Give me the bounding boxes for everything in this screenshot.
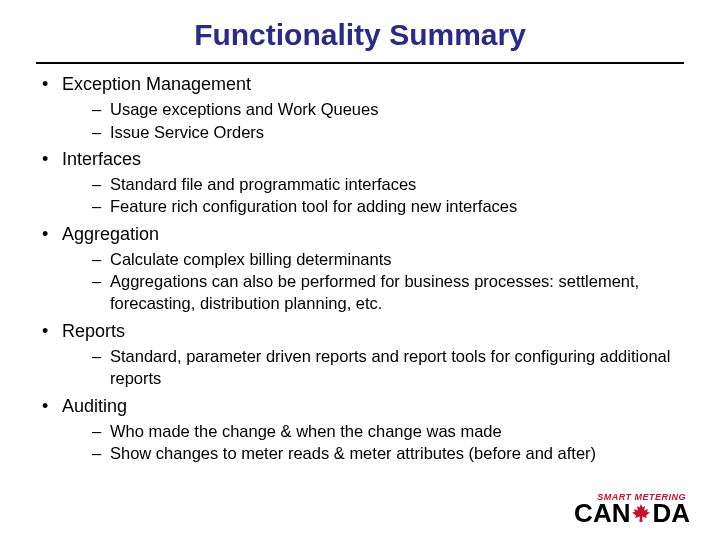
sub-list: Standard file and programmatic interface… xyxy=(62,173,680,218)
section-heading: Aggregation xyxy=(62,224,159,244)
logo-letter: N xyxy=(612,500,631,526)
bullet-list: Exception Management Usage exceptions an… xyxy=(40,72,680,464)
logo-letter: A xyxy=(593,500,612,526)
list-item: Aggregation Calculate complex billing de… xyxy=(40,222,680,315)
section-heading: Auditing xyxy=(62,396,127,416)
logo: SMART METERING C A N D A xyxy=(574,493,690,526)
logo-wordmark: C A N D A xyxy=(574,500,690,526)
list-item: Reports Standard, parameter driven repor… xyxy=(40,319,680,390)
sub-item: Standard file and programmatic interface… xyxy=(92,173,680,195)
sub-item: Standard, parameter driven reports and r… xyxy=(92,345,680,390)
sub-item: Feature rich configuration tool for addi… xyxy=(92,195,680,217)
list-item: Interfaces Standard file and programmati… xyxy=(40,147,680,218)
sub-item: Who made the change & when the change wa… xyxy=(92,420,680,442)
logo-letter: C xyxy=(574,500,593,526)
section-heading: Exception Management xyxy=(62,74,251,94)
slide: Functionality Summary Exception Manageme… xyxy=(0,0,720,540)
sub-item: Issue Service Orders xyxy=(92,121,680,143)
sub-list: Usage exceptions and Work Queues Issue S… xyxy=(62,98,680,143)
list-item: Auditing Who made the change & when the … xyxy=(40,394,680,465)
logo-letter: A xyxy=(671,500,690,526)
sub-list: Calculate complex billing determinants A… xyxy=(62,248,680,315)
section-heading: Reports xyxy=(62,321,125,341)
sub-list: Who made the change & when the change wa… xyxy=(62,420,680,465)
sub-list: Standard, parameter driven reports and r… xyxy=(62,345,680,390)
sub-item: Calculate complex billing determinants xyxy=(92,248,680,270)
sub-item: Show changes to meter reads & meter attr… xyxy=(92,442,680,464)
section-heading: Interfaces xyxy=(62,149,141,169)
logo-letter: D xyxy=(652,500,671,526)
maple-leaf-icon xyxy=(631,503,651,523)
slide-title: Functionality Summary xyxy=(0,0,720,62)
sub-item: Usage exceptions and Work Queues xyxy=(92,98,680,120)
sub-item: Aggregations can also be performed for b… xyxy=(92,270,680,315)
slide-content: Exception Management Usage exceptions an… xyxy=(0,72,720,464)
title-underline xyxy=(36,62,684,64)
list-item: Exception Management Usage exceptions an… xyxy=(40,72,680,143)
